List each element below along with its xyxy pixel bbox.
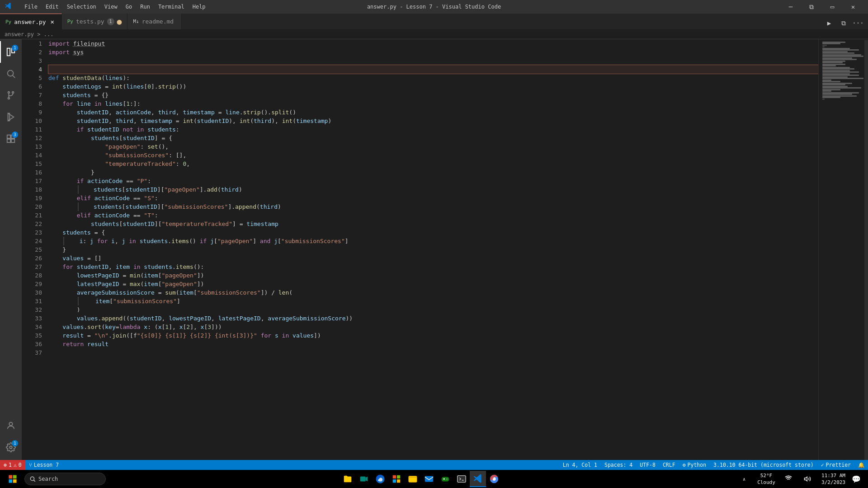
tabs-right-actions: ▶ ⧉ ··· (823, 17, 868, 29)
warning-count-text: 0 (19, 462, 22, 468)
tab-modified-dot: ● (117, 18, 122, 26)
split-editor-button[interactable]: ⧉ (837, 17, 850, 29)
tab-close-button[interactable]: ✕ (49, 18, 56, 25)
network-icon[interactable] (780, 471, 797, 487)
account-icon[interactable] (0, 415, 22, 436)
maximize-button[interactable]: ▭ (822, 0, 843, 14)
cursor-position[interactable]: Ln 4, Col 1 (559, 460, 601, 470)
line-num-32: 32 (22, 305, 42, 314)
code-line-9: studentID, actionCode, third, timestamp … (48, 108, 818, 117)
code-editor[interactable]: 1 2 3 4 5 6 7 8 9 10 11 12 13 14 15 16 1… (22, 39, 868, 460)
window-controls: ─ ⧉ ▭ ✕ (780, 0, 863, 14)
svg-rect-0 (7, 48, 10, 56)
encoding[interactable]: UTF-8 (636, 460, 659, 470)
status-bar-left: ⊗ 1 ⚠ 0 ⑂ Lesson 7 (0, 460, 62, 470)
windows-start-button[interactable] (4, 470, 22, 488)
line-num-14: 14 (22, 151, 42, 160)
svg-line-3 (13, 75, 15, 78)
line-num-33: 33 (22, 314, 42, 323)
restore-button[interactable]: ⧉ (801, 0, 822, 14)
taskbar-chrome[interactable] (486, 471, 502, 487)
code-content[interactable]: import fileinput import sys def studentD… (47, 39, 818, 460)
code-line-31: item["submissionScores"] (48, 297, 818, 305)
more-actions-button[interactable]: ··· (852, 17, 864, 29)
git-branch[interactable]: ⑂ Lesson 7 (25, 460, 62, 470)
menu-file[interactable]: File (21, 2, 41, 11)
line-num-2: 2 (22, 48, 42, 56)
taskbar-terminal[interactable] (453, 471, 470, 487)
menu-selection[interactable]: Selection (63, 2, 100, 11)
tab-label-2: tests.py (76, 18, 104, 25)
minimize-button[interactable]: ─ (780, 0, 801, 14)
indentation[interactable]: Spaces: 4 (601, 460, 636, 470)
taskbar-gamepad[interactable] (437, 471, 453, 487)
code-line-7: students = {} (48, 91, 818, 99)
tab-tests-py[interactable]: Py tests.py 1 ● (62, 14, 128, 29)
svg-point-19 (30, 477, 34, 480)
volume-icon[interactable] (799, 471, 816, 487)
run-debug-icon[interactable] (0, 106, 22, 128)
tab-label-3: readme.md (142, 18, 174, 25)
run-button[interactable]: ▶ (823, 17, 835, 29)
line-num-36: 36 (22, 340, 42, 348)
line-ending[interactable]: CRLF (659, 460, 679, 470)
taskbar-file-explorer[interactable] (340, 471, 356, 487)
explorer-icon[interactable]: 1 (0, 41, 22, 63)
taskbar-search[interactable]: Search (24, 473, 106, 485)
menu-view[interactable]: View (101, 2, 121, 11)
line-num-4: 4 (22, 65, 42, 74)
menu-run[interactable]: Run (137, 2, 154, 11)
vscode-logo (5, 2, 12, 11)
code-line-6: studentLogs = int(lines[0].strip()) (48, 82, 818, 91)
taskbar-edge[interactable] (372, 471, 388, 487)
svg-rect-9 (7, 135, 10, 138)
python-version[interactable]: 3.10.10 64-bit (microsoft store) (710, 460, 817, 470)
notifications-icon[interactable]: 💬 (848, 471, 864, 487)
line-num-27: 27 (22, 263, 42, 271)
explorer-badge: 1 (12, 45, 18, 51)
window-title: answer.py - Lesson 7 - Visual Studio Cod… (367, 4, 501, 10)
svg-point-13 (9, 422, 12, 426)
menu-go[interactable]: Go (122, 2, 136, 11)
tab-answer-py[interactable]: Py answer.py ✕ (0, 14, 62, 29)
taskbar-vscode-active[interactable] (470, 471, 486, 487)
menu-edit[interactable]: Edit (42, 2, 62, 11)
taskbar-store[interactable] (388, 471, 405, 487)
breadcrumb-text: answer.py > ... (5, 31, 53, 38)
error-icon: ⊗ (4, 462, 7, 468)
weather-widget[interactable]: 52°F Cloudy (755, 471, 778, 487)
menu-terminal[interactable]: Terminal (155, 2, 188, 11)
language-mode[interactable]: ⚙ Python (679, 460, 710, 470)
menu-help[interactable]: Help (189, 2, 209, 11)
close-button[interactable]: ✕ (843, 0, 863, 14)
svg-point-2 (8, 70, 14, 76)
extensions-icon[interactable]: 3 (0, 128, 22, 150)
error-count[interactable]: ⊗ 1 ⚠ 0 (0, 460, 25, 470)
python-file-icon-2: Py (67, 19, 73, 24)
settings-icon[interactable]: 1 (0, 436, 22, 458)
formatter[interactable]: ✓ Prettier (817, 460, 854, 470)
title-bar: File Edit Selection View Go Run Terminal… (0, 0, 868, 14)
line-num-22: 22 (22, 220, 42, 228)
source-control-icon[interactable] (0, 84, 22, 106)
svg-rect-18 (13, 479, 17, 483)
svg-rect-23 (393, 475, 396, 479)
notifications[interactable]: 🔔 (854, 460, 868, 470)
code-line-35: result = "\n".join([f"{s[0]} {s[1]} {s[2… (48, 331, 818, 340)
taskbar-search-label: Search (38, 476, 58, 482)
svg-rect-27 (409, 476, 417, 483)
system-clock[interactable]: 11:37 AM 3/2/2023 (818, 472, 845, 486)
tab-readme-md[interactable]: M↓ readme.md (127, 14, 182, 29)
svg-rect-29 (442, 477, 449, 481)
svg-rect-15 (9, 475, 12, 479)
taskbar-meet[interactable] (356, 471, 372, 487)
svg-rect-26 (397, 479, 400, 483)
svg-point-6 (12, 92, 14, 94)
search-activity-icon[interactable] (0, 63, 22, 84)
taskbar-explorer-app[interactable] (405, 471, 421, 487)
warning-icon: ⚠ (14, 462, 17, 468)
taskbar-mail[interactable] (421, 471, 437, 487)
line-num-8: 8 (22, 99, 42, 108)
code-line-8: for line in lines[1:]: (48, 99, 818, 108)
taskbar-chevron-up[interactable]: ∧ (736, 471, 752, 487)
